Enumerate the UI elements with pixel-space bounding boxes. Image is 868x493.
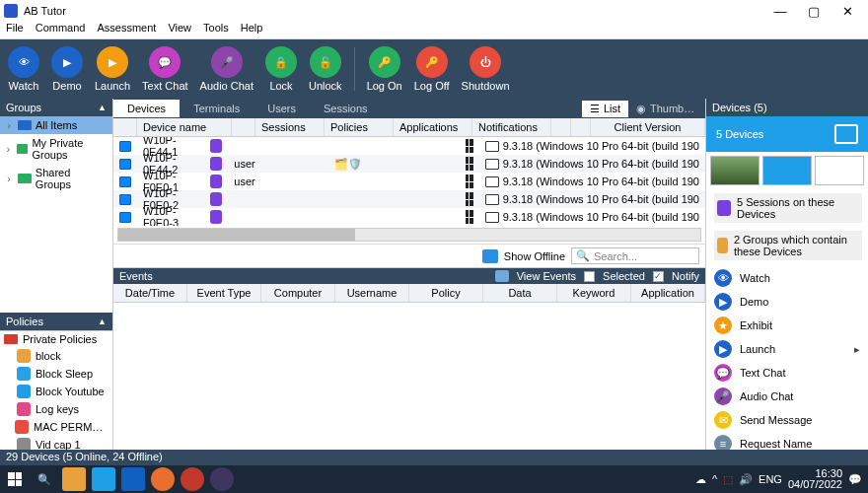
thumbnail-1[interactable] [710, 156, 760, 185]
toolbar-demo[interactable]: ▶Demo [51, 46, 83, 92]
policy-item[interactable]: MAC PERMSSIONS [0, 418, 112, 436]
column-header[interactable]: Notifications [472, 118, 551, 136]
task-search-icon[interactable]: 🔍 [33, 467, 56, 491]
expander-icon[interactable]: › [4, 143, 13, 155]
toolbar-text-chat[interactable]: 💬Text Chat [142, 46, 187, 92]
policy-item[interactable]: Vid cap 1 [0, 436, 112, 451]
menu-file[interactable]: File [6, 22, 24, 38]
maximize-button[interactable]: ▢ [797, 1, 831, 21]
request-name-icon: ≡ [714, 435, 732, 450]
event-column[interactable]: Username [335, 284, 409, 302]
task-outlook-icon[interactable] [121, 467, 145, 491]
toolbar-watch[interactable]: 👁Watch [8, 46, 39, 92]
tab-terminals[interactable]: Terminals [180, 100, 253, 117]
column-header[interactable] [232, 118, 255, 136]
launch-icon: ▶ [714, 340, 732, 358]
toolbar-log-off[interactable]: 🔑Log Off [414, 46, 450, 92]
tray-network-icon[interactable]: ⬚ [723, 473, 733, 486]
toolbar-lock[interactable]: 🔒Lock [265, 46, 297, 92]
notify-checkbox[interactable]: ✓ [653, 271, 664, 282]
action-send-message[interactable]: ✉Send Message [706, 408, 868, 432]
toolbar-audio-chat[interactable]: 🎤Audio Chat [200, 46, 253, 92]
info-sessions[interactable]: 5 Sessions on these Devices [712, 193, 862, 223]
event-column[interactable]: Data [483, 284, 557, 302]
toolbar-unlock[interactable]: 🔓Unlock [309, 46, 342, 92]
windows-icon [466, 175, 473, 188]
column-header[interactable]: Applications [394, 118, 472, 136]
action-request-name[interactable]: ≡Request Name [706, 432, 868, 450]
start-button[interactable] [0, 465, 30, 493]
policy-item[interactable]: Block Youtube [0, 383, 112, 400]
menu-command[interactable]: Command [36, 22, 86, 38]
action-launch[interactable]: ▶Launch▸ [706, 337, 868, 361]
menu-view[interactable]: View [168, 22, 191, 38]
event-column[interactable]: Application [631, 284, 705, 302]
close-button[interactable]: ✕ [831, 1, 864, 21]
event-column[interactable]: Computer [261, 284, 335, 302]
minimize-button[interactable]: — [763, 1, 797, 21]
event-column[interactable]: Keyword [557, 284, 631, 302]
thumbnail-3[interactable] [815, 156, 864, 185]
column-header[interactable] [551, 118, 571, 136]
action-exhibit[interactable]: ★Exhibit [706, 314, 868, 337]
expander-icon[interactable]: › [4, 173, 14, 184]
menu-help[interactable]: Help [241, 22, 263, 38]
tray-clock[interactable]: 16:30 04/07/2022 [788, 468, 842, 490]
task-abtutor-icon[interactable] [210, 467, 234, 491]
tab-users[interactable]: Users [253, 100, 310, 117]
column-header[interactable]: Policies [325, 118, 394, 136]
task-firefox-icon[interactable] [151, 467, 175, 491]
horizontal-scrollbar[interactable] [117, 228, 701, 242]
column-header[interactable]: Client Version [591, 118, 705, 136]
view-thumbnail-button[interactable]: ◉Thumbnail [628, 101, 705, 117]
policy-item[interactable]: block [0, 347, 112, 365]
tray-onedrive-icon[interactable]: ☁ [695, 473, 706, 486]
menu-tools[interactable]: Tools [203, 22, 229, 38]
show-offline-label[interactable]: Show Offline [504, 250, 565, 262]
policy-item[interactable]: Log keys [0, 400, 112, 418]
column-header[interactable]: Sessions [255, 118, 325, 136]
toolbar-log-on[interactable]: 🔑Log On [367, 46, 402, 92]
tab-devices[interactable]: Devices [113, 100, 180, 117]
groups-collapse-icon[interactable]: ▲ [98, 103, 107, 112]
policy-section[interactable]: Private Policies [0, 331, 112, 347]
group-item[interactable]: ›All Items [0, 116, 112, 134]
tray-chevron-icon[interactable]: ^ [712, 473, 717, 485]
task-edge-icon[interactable] [92, 467, 115, 491]
group-item[interactable]: ›My Private Groups [0, 134, 112, 164]
device-row[interactable]: W10P-F0E0-39.3.18 (Windows 10 Pro 64-bit… [113, 208, 705, 226]
tray-volume-icon[interactable]: 🔊 [739, 473, 753, 486]
action-demo[interactable]: ▶Demo [706, 290, 868, 314]
events-header: Events View Events Selected ✓ Notify [113, 268, 705, 284]
view-events-icon[interactable] [495, 270, 509, 282]
event-column[interactable]: Policy [409, 284, 483, 302]
expander-icon[interactable]: › [4, 119, 14, 131]
event-column[interactable]: Date/Time [113, 284, 187, 302]
policies-collapse-icon[interactable]: ▲ [98, 317, 107, 326]
tray-lang[interactable]: ENG [759, 473, 782, 485]
column-header[interactable]: Device name [137, 118, 232, 136]
info-groups[interactable]: 2 Groups which contain these Devices [712, 231, 862, 260]
show-offline-icon[interactable] [482, 249, 498, 263]
view-list-button[interactable]: ☰List [582, 101, 628, 117]
action-audio-chat[interactable]: 🎤Audio Chat [706, 385, 868, 408]
search-input[interactable]: 🔍 Search... [571, 247, 699, 264]
column-header[interactable] [113, 118, 137, 136]
task-explorer-icon[interactable] [62, 467, 86, 491]
view-events-label[interactable]: View Events [517, 270, 576, 282]
event-column[interactable]: Event Type [187, 284, 261, 302]
task-opera-icon[interactable] [181, 467, 204, 491]
action-watch[interactable]: 👁Watch [706, 266, 868, 290]
toolbar-launch[interactable]: ▶Launch [95, 46, 130, 92]
action-text-chat[interactable]: 💬Text Chat [706, 361, 868, 385]
toolbar-shutdown[interactable]: ⏻Shutdown [462, 46, 510, 92]
tab-sessions[interactable]: Sessions [310, 100, 382, 117]
tray-notifications-icon[interactable]: 💬 [848, 473, 862, 486]
policy-item[interactable]: Block Sleep [0, 365, 112, 383]
selected-checkbox[interactable] [584, 271, 595, 282]
group-item[interactable]: ›Shared Groups [0, 164, 112, 193]
thumbnail-2[interactable] [762, 156, 812, 185]
menu-assessment[interactable]: Assessment [97, 22, 156, 38]
action-label: Send Message [740, 414, 812, 426]
column-header[interactable] [571, 118, 591, 136]
